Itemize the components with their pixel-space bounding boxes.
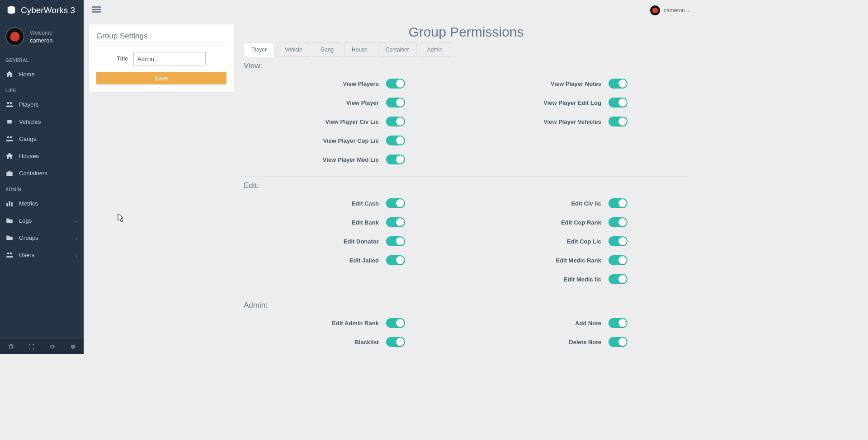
chevron-down-icon: ⌄ [75, 235, 78, 240]
topbar: CyberWorks 3 cameron ⌄ [0, 0, 698, 21]
tab-gang[interactable]: Gang [313, 42, 341, 57]
svg-rect-9 [6, 203, 8, 206]
svg-point-4 [7, 102, 9, 104]
permission-label: Edit Civ lic [466, 200, 609, 207]
sidebar-item-logs[interactable]: Logs ⌄ [0, 212, 84, 229]
permission-row: View Player Civ Lic [244, 112, 466, 131]
sidebar-item-houses[interactable]: Houses [0, 147, 84, 164]
permission-toggle[interactable] [386, 117, 405, 126]
permission-label: View Player Vehicles [466, 118, 609, 125]
save-button[interactable]: Save [96, 72, 226, 84]
permission-row: View Player [244, 93, 466, 112]
menu-toggle[interactable] [92, 5, 101, 16]
chevron-down-icon: ⌄ [75, 218, 78, 223]
permission-toggle[interactable] [386, 337, 405, 347]
group-settings-panel: Group Settings Title Save [89, 24, 234, 92]
sidebar-item-label: Groups [19, 234, 38, 241]
gear-icon[interactable] [7, 343, 14, 350]
svg-point-13 [10, 253, 12, 255]
permission-toggle[interactable] [609, 217, 627, 227]
sidebar-item-containers[interactable]: Containers [0, 164, 84, 182]
sidebar-item-label: Gangs [19, 136, 36, 142]
section-heading-admin: Admin: [244, 301, 689, 310]
brand[interactable]: CyberWorks 3 [0, 0, 84, 21]
sidebar-item-gangs[interactable]: Gangs [0, 130, 84, 147]
sidebar-heading-general: GENERAL [0, 52, 84, 66]
tab-vehicle[interactable]: Vehicle [277, 42, 310, 57]
sidebar-item-label: Users [19, 252, 34, 258]
permission-toggle[interactable] [609, 236, 627, 246]
permission-toggle[interactable] [386, 154, 405, 164]
power-icon[interactable] [70, 343, 76, 350]
permission-toggle[interactable] [386, 217, 405, 227]
tab-container[interactable]: Container [378, 42, 417, 57]
tab-player[interactable]: Player [244, 42, 274, 57]
expand-icon[interactable] [28, 343, 35, 350]
permission-row: View Player Edit Log [466, 93, 689, 112]
svg-rect-3 [92, 11, 101, 12]
main-content: Group Settings Title Save Group Permissi… [84, 21, 694, 354]
permission-toggle[interactable] [386, 198, 405, 208]
permission-toggle[interactable] [386, 79, 405, 89]
sidebar-item-metrics[interactable]: Metrics [0, 195, 84, 212]
permission-row: View Players [244, 74, 466, 93]
sidebar-item-home[interactable]: Home [0, 66, 84, 83]
permission-toggle[interactable] [609, 318, 627, 328]
permission-toggle[interactable] [386, 136, 405, 145]
chart-icon [5, 199, 14, 207]
sidebar-item-players[interactable]: Players [0, 96, 84, 113]
permission-row: Add Note [466, 314, 689, 332]
svg-point-5 [10, 102, 12, 104]
car-icon [5, 117, 14, 126]
svg-rect-10 [9, 201, 10, 206]
permission-row: Blacklist [244, 332, 466, 351]
svg-rect-1 [92, 6, 101, 8]
sidebar-item-label: Metrics [19, 200, 38, 207]
permission-toggle[interactable] [609, 198, 627, 208]
permission-label: Edit Donator [244, 238, 386, 245]
permission-row: Edit Cop Rank [466, 213, 689, 232]
tab-house[interactable]: House [344, 42, 375, 57]
permission-toggle[interactable] [386, 318, 405, 328]
permission-toggle[interactable] [609, 117, 627, 126]
permission-toggle[interactable] [609, 337, 627, 347]
permission-toggle[interactable] [386, 255, 405, 265]
sidebar-user: Welcome, cameron [0, 21, 84, 52]
permissions-section: Group Permissions PlayerVehicleGangHouse… [244, 24, 689, 351]
page-title: Group Permissions [244, 24, 689, 40]
username-top: cameron [664, 7, 685, 14]
permission-toggle[interactable] [609, 79, 627, 89]
home-icon [5, 152, 14, 160]
chevron-down-icon: ⌄ [75, 253, 78, 257]
title-label: Title [96, 56, 128, 62]
permission-label: Add Note [466, 320, 609, 327]
sidebar-username: cameron [30, 37, 54, 44]
permission-label: Edit Jailed [244, 257, 386, 264]
title-input[interactable] [133, 52, 206, 66]
sidebar-item-label: Vehicles [19, 118, 41, 125]
user-menu[interactable]: cameron ⌄ [650, 5, 690, 15]
permission-row: View Player Notes [466, 74, 689, 93]
brand-text: CyberWorks 3 [21, 5, 75, 15]
tab-admin[interactable]: Admin [420, 42, 450, 57]
sidebar-item-label: Logs [19, 217, 32, 224]
permission-toggle[interactable] [386, 236, 405, 246]
permission-label: View Player [244, 99, 386, 106]
sidebar-item-groups[interactable]: Groups ⌄ [0, 229, 84, 246]
sidebar-item-vehicles[interactable]: Vehicles [0, 113, 84, 130]
permission-toggle[interactable] [609, 274, 627, 284]
sidebar-item-users[interactable]: Users ⌄ [0, 246, 84, 263]
permission-toggle[interactable] [386, 98, 405, 108]
database-icon [6, 5, 16, 15]
permission-label: Edit Cop Rank [466, 219, 609, 226]
bars-icon [92, 5, 101, 14]
permission-row: Edit Cop Lic [466, 232, 689, 251]
panel-title: Group Settings [96, 32, 226, 46]
permission-label: Edit Medic Rank [466, 257, 609, 264]
permission-toggle[interactable] [609, 255, 627, 265]
permission-label: View Players [244, 80, 386, 87]
eye-slash-icon[interactable] [49, 343, 56, 350]
permission-toggle[interactable] [609, 98, 627, 108]
home-icon [5, 70, 14, 78]
permission-row: Edit Jailed [244, 251, 466, 270]
